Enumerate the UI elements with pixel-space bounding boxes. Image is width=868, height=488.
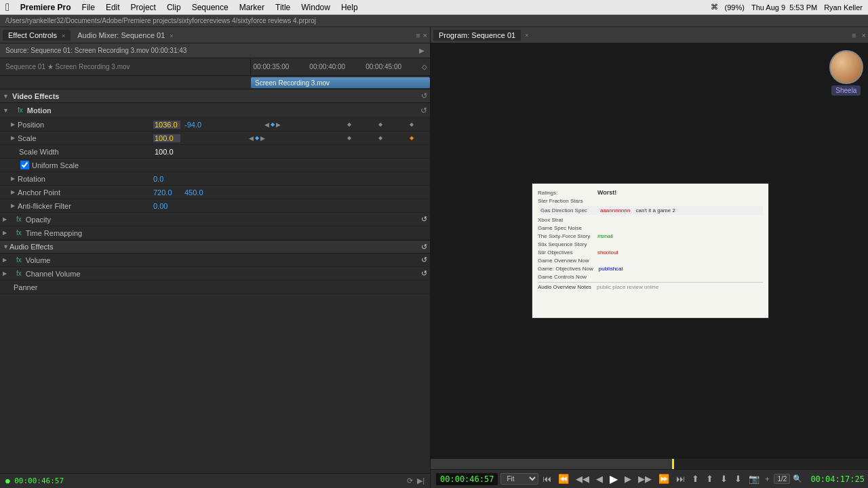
volume-reset-icon[interactable]: ↺ bbox=[421, 256, 427, 264]
program-panel-close-icon[interactable]: × bbox=[860, 30, 867, 41]
program-scrubber[interactable] bbox=[431, 458, 868, 469]
play-button[interactable]: ▶ bbox=[608, 471, 619, 487]
anchor-y-value[interactable]: 450.0 bbox=[184, 188, 212, 197]
effect-controls-tabs: Effect Controls × Audio Mixer: Sequence … bbox=[0, 27, 430, 43]
close-audio-mixer-icon[interactable]: × bbox=[170, 33, 173, 39]
tab-program-sequence[interactable]: Program: Sequence 01 bbox=[433, 30, 521, 41]
scale-width-row: Scale Width 100.0 bbox=[0, 145, 430, 159]
menu-edit[interactable]: Edit bbox=[106, 3, 120, 12]
camera-icon[interactable]: 📷 bbox=[747, 472, 761, 485]
preview-line-8: Game Overview Now bbox=[538, 258, 592, 264]
menu-sequence[interactable]: Sequence bbox=[192, 3, 229, 12]
opacity-fx-icon: fx bbox=[16, 216, 22, 223]
menu-window[interactable]: Window bbox=[301, 3, 330, 12]
source-label: Source: Sequence 01: Screen Recording 3.… bbox=[5, 47, 186, 54]
anchor-expand-icon[interactable]: ▶ bbox=[11, 189, 18, 195]
insert-icon[interactable]: ⬇ bbox=[719, 472, 729, 485]
anchor-x-value[interactable]: 720.0 bbox=[153, 188, 180, 197]
opacity-reset-icon[interactable]: ↺ bbox=[421, 215, 427, 224]
anti-flicker-value[interactable]: 0.00 bbox=[153, 202, 180, 210]
video-effects-toggle-icon[interactable]: ▼ bbox=[3, 93, 9, 100]
program-timecode[interactable]: 00:00:46:57 bbox=[436, 473, 498, 485]
program-panel-menu-icon[interactable]: ≡ bbox=[850, 30, 857, 41]
goto-in-icon[interactable]: ⏮ bbox=[541, 472, 553, 485]
rotation-value[interactable]: 0.0 bbox=[153, 175, 180, 183]
menu-title[interactable]: Title bbox=[275, 3, 290, 12]
pos-nav-right-icon[interactable]: ▶ bbox=[276, 121, 281, 128]
transport-bar: 00:00:46:57 Fit 25% 50% 100% ⏮ ⏪ ◀◀ ◀ ▶ … bbox=[431, 469, 868, 488]
motion-reset-icon[interactable]: ↺ bbox=[420, 106, 427, 115]
anti-flicker-expand-icon[interactable]: ▶ bbox=[11, 203, 18, 209]
channel-vol-reset-icon[interactable]: ↺ bbox=[421, 269, 427, 278]
tab-effect-controls[interactable]: Effect Controls × bbox=[3, 30, 71, 41]
scale-expand-icon[interactable]: ▶ bbox=[11, 135, 18, 141]
effect-timecode-bar: ● 00:00:46:57 ⟳ ▶| bbox=[0, 473, 430, 488]
position-expand-icon[interactable]: ▶ bbox=[11, 121, 18, 127]
opacity-row: ▶ fx Opacity ↺ bbox=[0, 213, 430, 226]
menu-clip[interactable]: Clip bbox=[167, 3, 181, 12]
volume-expand-icon[interactable]: ▶ bbox=[3, 257, 9, 263]
time-remap-row: ▶ fx Time Remapping bbox=[0, 226, 430, 240]
pos-nav-left-icon[interactable]: ◀ bbox=[264, 121, 269, 128]
apple-logo[interactable]:  bbox=[5, 1, 9, 14]
loop-icon[interactable]: ⟳ bbox=[407, 476, 413, 485]
next-frame-icon[interactable]: ▶ bbox=[623, 472, 633, 485]
step-back-icon[interactable]: ⏪ bbox=[557, 472, 570, 485]
pos-kf3: ◆ bbox=[410, 121, 414, 127]
sequence-label-col: Sequence 01 ★ Screen Recording 3.mov bbox=[0, 58, 251, 75]
pos-diamond-icon[interactable]: ◆ bbox=[271, 121, 275, 127]
channel-vol-expand-icon[interactable]: ▶ bbox=[3, 270, 9, 277]
menu-help[interactable]: Help bbox=[341, 3, 358, 12]
scrubber-thumb[interactable] bbox=[672, 459, 674, 469]
close-program-tab-icon[interactable]: × bbox=[525, 32, 528, 39]
menu-marker[interactable]: Marker bbox=[239, 3, 264, 12]
lift-icon[interactable]: ⬆ bbox=[690, 472, 701, 485]
goto-out-icon[interactable]: ⏭ bbox=[675, 472, 686, 485]
uniform-scale-checkbox[interactable] bbox=[20, 161, 29, 169]
extract-icon[interactable]: ⬆ bbox=[705, 472, 715, 485]
menu-bar:  Premiere Pro File Edit Project Clip Se… bbox=[0, 0, 868, 15]
opacity-expand-icon[interactable]: ▶ bbox=[3, 216, 9, 222]
battery-icon: (99%) bbox=[725, 3, 745, 12]
scale-width-label: Scale Width bbox=[19, 148, 155, 156]
position-label: Position bbox=[18, 121, 153, 129]
scale-row: ▶ Scale 100.0 ◀ ◆ ▶ ◆ ◆ ◆ bbox=[0, 131, 430, 145]
menu-right-items: ⌘ (99%) Thu Aug 9 5:53 PM Ryan Keller bbox=[711, 3, 863, 12]
audio-effects-reset-icon[interactable]: ↺ bbox=[421, 243, 427, 251]
fit-selector[interactable]: Fit 25% 50% 100% bbox=[500, 473, 538, 485]
motion-expand-icon[interactable]: ▼ bbox=[3, 107, 11, 114]
overwrite-icon[interactable]: ⬇ bbox=[733, 472, 743, 485]
tab-audio-mixer[interactable]: Audio Mixer: Sequence 01 × bbox=[72, 30, 178, 41]
source-arrow-icon[interactable]: ▶ bbox=[419, 47, 425, 54]
panel-menu-icon[interactable]: ≡ bbox=[416, 31, 420, 39]
audio-effects-toggle-icon[interactable]: ▼ bbox=[3, 243, 9, 250]
video-effects-header[interactable]: ▼ Video Effects ↺ bbox=[0, 89, 430, 103]
add-keyframe-icon[interactable]: ◇ bbox=[422, 63, 427, 70]
prev-frame-icon[interactable]: ◀ bbox=[595, 472, 604, 485]
scale-diamond-icon[interactable]: ◆ bbox=[255, 135, 259, 141]
play-from-icon[interactable]: ▶| bbox=[417, 476, 425, 485]
panel-close-icon[interactable]: × bbox=[423, 31, 427, 39]
program-monitor: Ratings: Worst! Ster Fraction Stars Gas … bbox=[431, 43, 868, 458]
zoom-level-icon[interactable]: 🔍 bbox=[793, 474, 802, 483]
scale-nav-left-icon[interactable]: ◀ bbox=[249, 135, 254, 142]
step-fwd-icon[interactable]: ⏩ bbox=[657, 472, 671, 485]
go-fwd-icon[interactable]: ▶▶ bbox=[637, 472, 653, 485]
close-effect-controls-icon[interactable]: × bbox=[62, 33, 65, 39]
volume-row: ▶ fx Volume ↺ bbox=[0, 253, 430, 267]
time-remap-expand-icon[interactable]: ▶ bbox=[3, 230, 9, 236]
sequence-label: Sequence 01 ★ Screen Recording 3.mov bbox=[5, 63, 130, 70]
position-x-value[interactable]: 1036.0 bbox=[153, 121, 180, 129]
scale-value[interactable]: 100.0 bbox=[153, 134, 180, 142]
position-y-value[interactable]: -94.0 bbox=[184, 121, 212, 129]
audio-effects-header[interactable]: ▼ Audio Effects ↺ bbox=[0, 240, 430, 253]
plus-icon[interactable]: ＋ bbox=[764, 474, 771, 484]
menu-project[interactable]: Project bbox=[131, 3, 156, 12]
scale-kf3: ◆ bbox=[410, 135, 414, 141]
go-back-icon[interactable]: ◀◀ bbox=[574, 472, 591, 485]
rotation-expand-icon[interactable]: ▶ bbox=[11, 176, 18, 182]
video-effects-reset-icon[interactable]: ↺ bbox=[421, 92, 427, 100]
channel-volume-label: Channel Volume bbox=[26, 270, 161, 278]
scale-nav-right-icon[interactable]: ▶ bbox=[260, 135, 265, 142]
menu-file[interactable]: File bbox=[82, 3, 95, 12]
